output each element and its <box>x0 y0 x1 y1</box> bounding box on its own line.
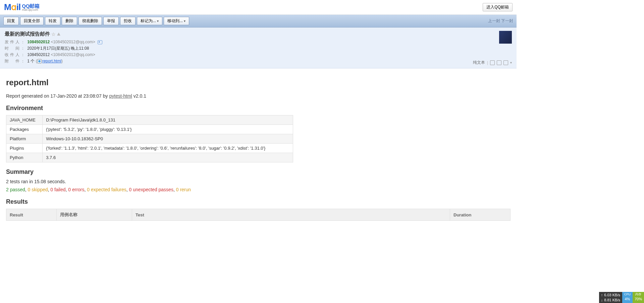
failed-count[interactable]: 0 failed <box>50 187 65 192</box>
logo[interactable]: Mɑil QQ邮箱 mail.qq.com <box>4 2 40 12</box>
expected-failures-count[interactable]: 0 expected failures <box>87 187 126 192</box>
table-row: JAVA_HOMED:\Program Files\Java\jdk1.8.0_… <box>6 115 293 125</box>
contact-card-icon[interactable] <box>98 40 102 44</box>
plaintext-toggle[interactable]: 纯文本 <box>473 60 485 65</box>
table-row: Plugins{'forked': '1.1.3', 'html': '2.0.… <box>6 144 293 153</box>
html-file-icon <box>37 59 42 63</box>
col-duration[interactable]: Duration <box>450 209 511 221</box>
mark-as-dropdown[interactable]: 标记为... <box>137 17 162 25</box>
time-row: 时 间： 2020年1月17日(星期五) 晚上11:08 <box>5 46 512 51</box>
app-header: Mɑil QQ邮箱 mail.qq.com 进入QQ邮箱 <box>0 0 517 15</box>
errors-count[interactable]: 0 errors <box>68 187 84 192</box>
pytest-html-link[interactable]: pytest-html <box>109 93 132 99</box>
col-case-name[interactable]: 用例名称 <box>57 209 132 221</box>
environment-table: JAVA_HOMED:\Program Files\Java\jdk1.8.0_… <box>6 115 293 162</box>
logo-text: QQ邮箱 mail.qq.com <box>22 3 40 11</box>
to-row: 收件人： 1084502012 <1084502012@qq.com> <box>5 52 512 58</box>
results-heading: Results <box>6 198 511 205</box>
col-result[interactable]: Result <box>6 209 57 221</box>
table-row: Python3.7.6 <box>6 153 293 162</box>
collapse-icon[interactable] <box>57 33 60 36</box>
star-icon[interactable]: ☆ <box>51 32 56 37</box>
summary-heading: Summary <box>6 168 511 175</box>
recipient-name[interactable]: 1084502012 <box>27 52 50 57</box>
reply-all-button[interactable]: 回复全部 <box>20 17 44 25</box>
mail-meta: 最新的测试报告邮件 ☆ 发件人： 1084502012 <1084502012@… <box>0 28 517 68</box>
from-row: 发件人： 1084502012 <1084502012@qq.com> <box>5 39 512 45</box>
outcome-line: 2 passed, 0 skipped, 0 failed, 0 errors,… <box>6 187 511 192</box>
export-icon[interactable] <box>497 60 501 65</box>
prev-mail-link[interactable]: 上一封 <box>488 18 500 23</box>
mail-subject: 最新的测试报告邮件 ☆ <box>5 31 512 37</box>
delete-button[interactable]: 删除 <box>62 17 77 25</box>
enter-qq-mail-button[interactable]: 进入QQ邮箱 <box>483 3 513 11</box>
skipped-count[interactable]: 0 skipped <box>28 187 48 192</box>
results-table: Result 用例名称 Test Duration <box>6 209 511 221</box>
report-spam-button[interactable]: 举报 <box>103 17 119 25</box>
summary-line: 2 tests ran in 15.08 seconds. <box>6 179 511 184</box>
meta-actions: 纯文本 | ▾ <box>473 60 512 65</box>
reply-button[interactable]: 回复 <box>3 17 19 25</box>
passed-count[interactable]: 2 passed <box>6 187 25 192</box>
avatar[interactable] <box>499 31 512 44</box>
report-title: report.html <box>6 78 511 87</box>
attachment-link[interactable]: report.html <box>42 59 61 63</box>
move-to-dropdown[interactable]: 移动到... <box>164 17 189 25</box>
next-mail-link[interactable]: 下一封 <box>501 18 513 23</box>
col-test[interactable]: Test <box>132 209 450 221</box>
more-actions-icon[interactable]: ▾ <box>510 61 512 64</box>
rerun-count[interactable]: 0 rerun <box>176 187 191 192</box>
reject-button[interactable]: 拒收 <box>120 17 136 25</box>
forward-button[interactable]: 转发 <box>45 17 60 25</box>
logo-mark: Mɑil <box>4 2 20 12</box>
attachment-row: 附 件： 1 个 (report.html) <box>5 58 512 64</box>
print-icon[interactable] <box>503 60 508 65</box>
new-window-icon[interactable] <box>490 60 495 65</box>
unexpected-passes-count[interactable]: 0 unexpected passes <box>129 187 173 192</box>
report-generated-line: Report generated on 17-Jan-2020 at 23:08… <box>6 93 511 99</box>
environment-heading: Environment <box>6 105 511 112</box>
delete-permanent-button[interactable]: 彻底删除 <box>78 17 102 25</box>
table-row: Packages{'pytest': '5.3.2', 'py': '1.8.0… <box>6 125 293 134</box>
mail-toolbar: 回复 回复全部 转发 删除 彻底删除 举报 拒收 标记为... 移动到... 上… <box>0 15 517 28</box>
table-row: PlatformWindows-10-10.0.18362-SP0 <box>6 134 293 144</box>
mail-body: report.html Report generated on 17-Jan-2… <box>0 68 517 227</box>
sender-name[interactable]: 1084502012 <box>27 40 50 44</box>
